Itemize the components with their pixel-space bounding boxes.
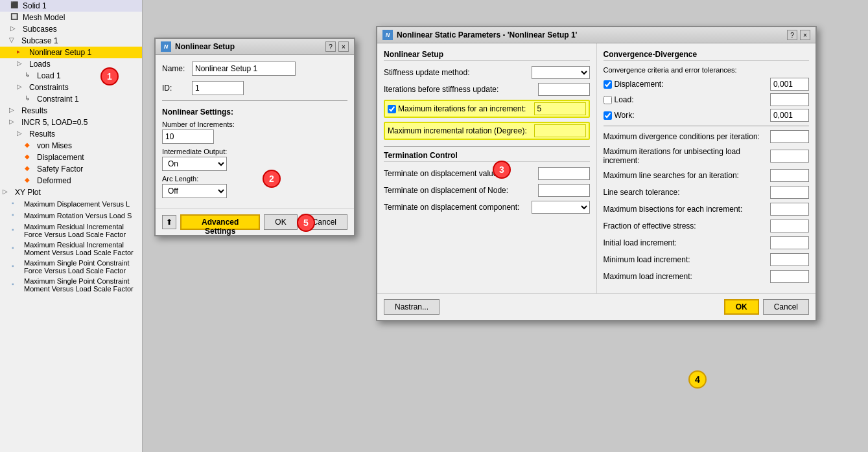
tree-item-displacement[interactable]: ◆ Displacement: [0, 152, 142, 163]
iterations-before-stiffness-row: Iterations before stiffness update:: [384, 83, 590, 96]
tree-item-results[interactable]: ▷ Results: [0, 105, 142, 117]
static-help-button[interactable]: ?: [787, 30, 797, 40]
tree-item-load1[interactable]: ↳ Load 1: [0, 70, 142, 82]
tree-item-max-rot[interactable]: ▪ Maximum Rotation Versus Load S: [0, 210, 142, 221]
max-bisections-input[interactable]: [770, 203, 809, 216]
mesh-icon: 🔲: [10, 13, 21, 22]
terminate-node-input[interactable]: [538, 184, 590, 197]
terminate-component-select[interactable]: [532, 201, 590, 214]
max-load-input[interactable]: [770, 270, 809, 283]
static-params-titlebar: N Nonlinear Static Parameters - 'Nonline…: [377, 27, 815, 43]
load-tolerance-input[interactable]: [770, 93, 809, 106]
nonlinear-settings-header: Nonlinear Settings:: [162, 107, 347, 117]
params-body: Nonlinear Setup Stiffness update method:…: [377, 43, 815, 293]
tree-item-nonlinear-setup[interactable]: ▸ Nonlinear Setup 1: [0, 47, 142, 58]
name-row: Name:: [162, 62, 347, 76]
static-cancel-button[interactable]: Cancel: [763, 299, 809, 315]
folder-open-icon: ▽: [9, 36, 19, 45]
tree-item-subcases[interactable]: ▷ Subcases: [0, 23, 142, 35]
close-button[interactable]: ×: [338, 41, 349, 52]
help-button[interactable]: ?: [325, 41, 336, 52]
terminate-disp-input[interactable]: [538, 167, 590, 180]
nastran-button[interactable]: Nastran...: [384, 299, 440, 315]
work-checkbox[interactable]: [604, 111, 612, 120]
safety-icon: ◆: [25, 164, 35, 174]
work-tolerance-input[interactable]: [770, 109, 809, 122]
loads-icon: ▷: [17, 60, 27, 69]
min-load-row: Minimum load increment:: [604, 253, 810, 266]
num-increments-label: Number of Increments:: [162, 120, 347, 128]
load-checkbox[interactable]: [604, 96, 612, 104]
xyitem6-icon: ▪: [12, 280, 22, 289]
tree-item-max-single-force[interactable]: ▪ Maximum Single Point Constraint Force …: [0, 258, 142, 276]
max-line-search-row: Maximum line searches for an iteration:: [604, 169, 810, 182]
static-params-title: N Nonlinear Static Parameters - 'Nonline…: [382, 30, 577, 40]
name-input[interactable]: [192, 62, 296, 76]
xyitem2-icon: ▪: [12, 211, 22, 220]
load-checkbox-row: Load:: [604, 93, 810, 106]
load-icon: ↳: [25, 71, 35, 80]
id-input[interactable]: [192, 81, 244, 95]
tree-item-solid1[interactable]: ⬛ Solid 1: [0, 0, 142, 12]
tree-item-max-disp[interactable]: ▪ Maximum Displacement Versus L: [0, 198, 142, 210]
initial-load-input[interactable]: [770, 236, 809, 249]
num-increments-input[interactable]: [162, 130, 214, 144]
nonlinear-setup-footer: ⬆ Advanced Settings OK Cancel: [156, 209, 354, 235]
arc-length-section: Arc Length: Off On: [162, 175, 347, 198]
xyitem-icon: ▪: [12, 199, 22, 209]
static-params-footer: Nastran... OK Cancel: [377, 293, 815, 320]
results2-icon: ▷: [17, 130, 27, 139]
tree-item-xy-plot[interactable]: ▷ XY Plot: [0, 186, 142, 198]
displacement-tolerance-input[interactable]: [770, 78, 809, 91]
max-iterations-checkbox[interactable]: [388, 105, 396, 113]
static-titlebar-btns: ? ×: [787, 30, 810, 40]
static-title-icon: N: [382, 30, 393, 40]
tree-item-loads[interactable]: ▷ Loads: [0, 58, 142, 70]
tree-item-deformed[interactable]: ◆ Deformed: [0, 175, 142, 186]
tree-item-max-res-force[interactable]: ▪ Maximum Residual Incremental Force Ver…: [0, 221, 142, 240]
stiffness-method-select[interactable]: [532, 66, 590, 79]
tree-item-incr5[interactable]: ▷ INCR 5, LOAD=0.5: [0, 117, 142, 128]
nonlinear-setup-dialog: N Nonlinear Setup ? × Name: ID: Nonlinea…: [154, 38, 355, 236]
id-row: ID:: [162, 81, 347, 95]
terminate-disp-row: Terminate on displacement value:: [384, 167, 590, 180]
intermediate-output-section: Intermediate Output: On Off: [162, 148, 347, 171]
displacement-checkbox[interactable]: [604, 80, 612, 89]
max-divergence-input[interactable]: [770, 130, 809, 143]
constraint-icon: ▷: [17, 83, 27, 92]
fraction-stress-row: Fraction of effective stress:: [604, 220, 810, 232]
max-load-row: Maximum load increment:: [604, 270, 810, 283]
titlebar-buttons: ? ×: [325, 41, 349, 52]
tree-item-max-single-moment[interactable]: ▪ Maximum Single Point Constraint Moment…: [0, 276, 142, 294]
max-unbisect-input[interactable]: [770, 150, 809, 163]
nonlinear-setup-body: Name: ID: Nonlinear Settings: Number of …: [156, 55, 354, 209]
tree-item-mesh-model[interactable]: 🔲 Mesh Model: [0, 12, 142, 23]
annotation-3: 3: [493, 161, 511, 179]
max-divergence-row: Maximum divergence conditions per iterat…: [604, 130, 810, 143]
intermediate-output-select[interactable]: On Off: [162, 157, 227, 171]
static-ok-button[interactable]: OK: [724, 299, 759, 315]
line-search-tol-input[interactable]: [770, 186, 809, 199]
tree-item-max-res-moment[interactable]: ▪ Maximum Residual Incremental Moment Ve…: [0, 240, 142, 258]
tree-item-von-mises[interactable]: ◆ von Mises: [0, 140, 142, 152]
tree-item-results2[interactable]: ▷ Results: [0, 128, 142, 140]
expand-button[interactable]: ⬆: [162, 215, 176, 229]
advanced-settings-button[interactable]: Advanced Settings: [180, 214, 260, 230]
line-search-tol-row: Line search tolerance:: [604, 186, 810, 199]
annotation-5: 5: [297, 214, 315, 232]
min-load-input[interactable]: [770, 253, 809, 266]
tree-item-subcase1[interactable]: ▽ Subcase 1: [0, 35, 142, 47]
left-panel: ⬛ Solid 1 🔲 Mesh Model ▷ Subcases ▽ Subc…: [0, 0, 143, 452]
static-close-button[interactable]: ×: [800, 30, 810, 40]
tree-item-constraint1[interactable]: ↳ Constraint 1: [0, 93, 142, 105]
tree-item-constraints[interactable]: ▷ Constraints: [0, 82, 142, 93]
nonlinear-setup-title: N Nonlinear Setup: [161, 41, 235, 52]
max-line-search-input[interactable]: [770, 169, 809, 182]
arc-length-select[interactable]: Off On: [162, 184, 227, 198]
tree-item-safety-factor[interactable]: ◆ Safety Factor: [0, 163, 142, 175]
fraction-stress-input[interactable]: [770, 220, 809, 232]
max-iterations-input[interactable]: [534, 102, 586, 115]
iterations-before-stiffness-input[interactable]: [538, 83, 590, 96]
ok-button[interactable]: OK: [264, 214, 297, 230]
max-rotation-input[interactable]: [534, 124, 586, 137]
